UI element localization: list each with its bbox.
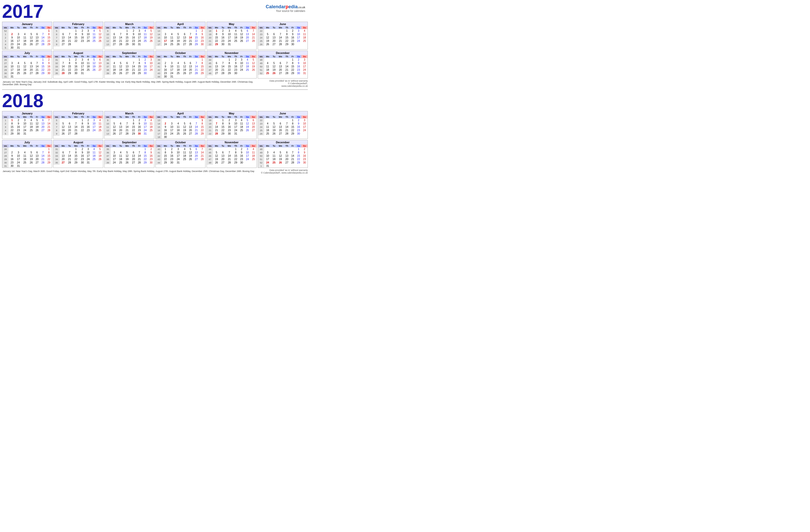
month-jan-2018: January WkMoTuWeThFrSaSu 11234567 289101… bbox=[2, 111, 52, 139]
2018-footer-notes: January 1st: New Year's Day, March 30th:… bbox=[2, 170, 255, 174]
month-jun-2018: June WkMoTuWeThFrSaSu 22123 2345678910 2… bbox=[258, 111, 308, 139]
2018-bottom-row: July WkMoTuWeThFrSaSu 261 272345678 2891… bbox=[2, 140, 308, 168]
month-feb-2018: February WkMoTuWeThFrSaSu 51234 65678910… bbox=[53, 111, 103, 139]
2017-footer-notes: January 1st: New Year's Day, January 2nd… bbox=[2, 80, 264, 87]
month-jun-2017: June WkMoTuWeThFrSaSu 221234 23567891011… bbox=[258, 22, 308, 50]
month-oct-2017: October WkMoTuWeThFrSaSu 391 402345678 4… bbox=[156, 51, 206, 79]
month-sep-2018: September WkMoTuWeThFrSaSu 3512 36345678… bbox=[104, 140, 155, 168]
year-2018-section: 2018 January WkMoTuWeThFrSaSu 11234567 2… bbox=[2, 92, 308, 174]
month-aug-2018: August WkMoTuWeThFrSaSu 3112345 32678910… bbox=[53, 140, 103, 168]
month-sep-2017: September WkMoTuWeThFrSaSu 35123 3645678… bbox=[104, 51, 155, 79]
year-2017-section: 2017 January WkMoTuWeThFrSaSu 521 123456… bbox=[2, 2, 308, 87]
month-nov-2018: November WkMoTuWeThFrSaSu 441234 4556789… bbox=[207, 140, 257, 168]
month-dec-2017: December WkMoTuWeThFrSaSu 48123 49456789… bbox=[258, 51, 308, 79]
month-jul-2017: July WkMoTuWeThFrSaSu 2612 273456789 281… bbox=[2, 51, 52, 79]
month-dec-2018: December WkMoTuWeThFrSaSu 4812 493456789… bbox=[258, 140, 308, 168]
month-mar-2017: March WkMoTuWeThFrSaSu 912345 1067891011… bbox=[104, 22, 155, 50]
year-2018-title: 2018 bbox=[2, 92, 308, 110]
month-jul-2018: July WkMoTuWeThFrSaSu 261 272345678 2891… bbox=[2, 140, 52, 168]
month-feb-2017: February WkMoTuWeThFrSaSu 512345 6678910… bbox=[53, 22, 103, 50]
2017-footer-right: Data provided 'as is' without warranty ©… bbox=[264, 80, 308, 87]
2018-top-row: January WkMoTuWeThFrSaSu 11234567 289101… bbox=[2, 111, 308, 139]
month-may-2017: May WkMoTuWeThFrSaSu 181234567 198910111… bbox=[207, 22, 257, 50]
month-nov-2017: November WkMoTuWeThFrSaSu 4412345 456789… bbox=[207, 51, 257, 79]
month-mar-2018: March WkMoTuWeThFrSaSu 91234 10567891011… bbox=[104, 111, 155, 139]
month-jan-2017: January WkMoTuWeThFrSaSu 521 12345678 29… bbox=[2, 22, 52, 50]
month-aug-2017: August WkMoTuWeThFrSaSu 31123456 3278910… bbox=[53, 51, 103, 79]
month-may-2018: May WkMoTuWeThFrSaSu 18123456 1978910111… bbox=[207, 111, 257, 139]
month-apr-2018: April WkMoTuWeThFrSaSu 131 142345678 159… bbox=[156, 111, 206, 139]
2017-top-row: January WkMoTuWeThFrSaSu 521 12345678 29… bbox=[2, 22, 308, 50]
year-2017-title: 2017 bbox=[2, 2, 308, 21]
2018-footer-right: Data provided 'as is' without warranty ©… bbox=[261, 169, 308, 174]
month-apr-2017: April WkMoTuWeThFrSaSu 1312 143456789 15… bbox=[156, 22, 206, 50]
2017-bottom-row: July WkMoTuWeThFrSaSu 2612 273456789 281… bbox=[2, 51, 308, 79]
month-oct-2018: October WkMoTuWeThFrSaSu 401234567 41891… bbox=[156, 140, 206, 168]
